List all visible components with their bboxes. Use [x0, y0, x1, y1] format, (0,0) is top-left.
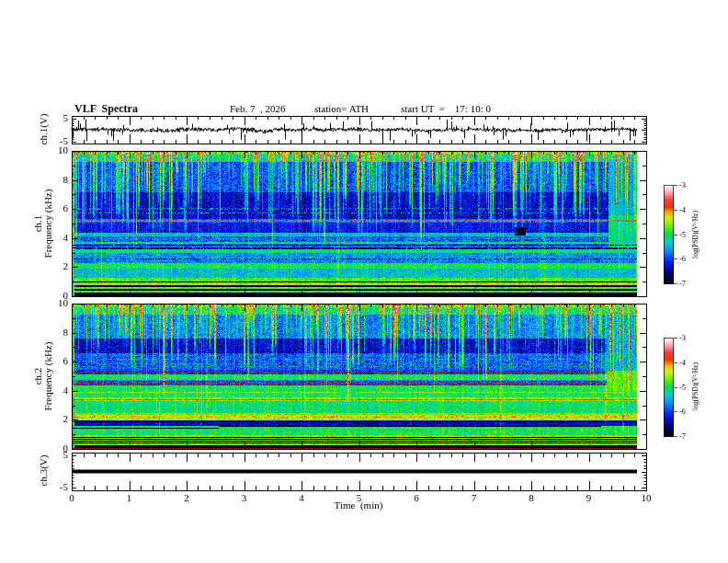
header-station: station= ATH — [314, 103, 369, 114]
x-tick-label: 6 — [403, 492, 430, 503]
wave-y-tick-label: 5 — [46, 449, 68, 460]
spec1-y-tick-label: 0 — [46, 290, 68, 301]
spec1-y-tick-label: 6 — [46, 202, 68, 213]
x-tick-label: 4 — [288, 492, 315, 503]
wave-y-tick-label: 5 — [46, 112, 68, 123]
x-tick-label: 0 — [58, 492, 85, 503]
x-tick-label: 1 — [116, 492, 143, 503]
colorbar2-tick-label: -6 — [679, 407, 700, 416]
header-start-ut: start UT = 17: 10: 0 — [401, 103, 491, 114]
colorbar2-tick-label: -7 — [679, 431, 700, 441]
colorbar2-tick-label: -5 — [679, 383, 700, 392]
ylabel-ch1-spec-line2: Frequency (kHz) — [43, 141, 53, 306]
colorbar1-tick-label: -6 — [679, 254, 700, 263]
x-tick-label: 2 — [173, 492, 200, 503]
colorbar2-tick-label: -3 — [679, 333, 700, 342]
vlf-spectra-figure: { "title": "VLF Spectra", "header": { "d… — [0, 0, 728, 563]
spec1-y-tick-label: 4 — [46, 232, 68, 243]
colorbar1-tick-label: -4 — [679, 205, 700, 214]
wave-y-tick-label: -5 — [46, 135, 68, 146]
x-tick-label: 5 — [346, 492, 373, 503]
spec2-y-tick-label: 2 — [46, 413, 68, 424]
x-tick-label: 7 — [461, 492, 488, 503]
spec1-y-tick-label: 8 — [46, 174, 68, 185]
spec1-y-tick-label: 10 — [46, 144, 68, 155]
colorbar2-tick-label: -4 — [679, 358, 700, 367]
spec2-y-tick-label: 8 — [46, 327, 68, 338]
colorbar1-tick-label: -3 — [679, 180, 700, 190]
x-tick-label: 3 — [231, 492, 258, 503]
spec2-y-tick-label: 6 — [46, 355, 68, 366]
wave-y-tick-label: -5 — [46, 481, 68, 492]
x-tick-label: 10 — [632, 492, 660, 503]
colorbar1-tick-label: -5 — [679, 230, 700, 239]
spec2-y-tick-label: 4 — [46, 385, 68, 396]
chart-canvas — [0, 0, 728, 563]
header-date: Feb. 7 , 2026 — [230, 103, 286, 114]
colorbar1-tick-label: -7 — [679, 279, 700, 288]
spec1-y-tick-label: 2 — [46, 260, 68, 271]
x-tick-label: 9 — [575, 492, 603, 503]
figure-title: VLF Spectra — [74, 102, 138, 116]
x-tick-label: 8 — [518, 492, 545, 503]
ylabel-ch1-spec: ch.1 Frequency (kHz) — [33, 141, 53, 306]
